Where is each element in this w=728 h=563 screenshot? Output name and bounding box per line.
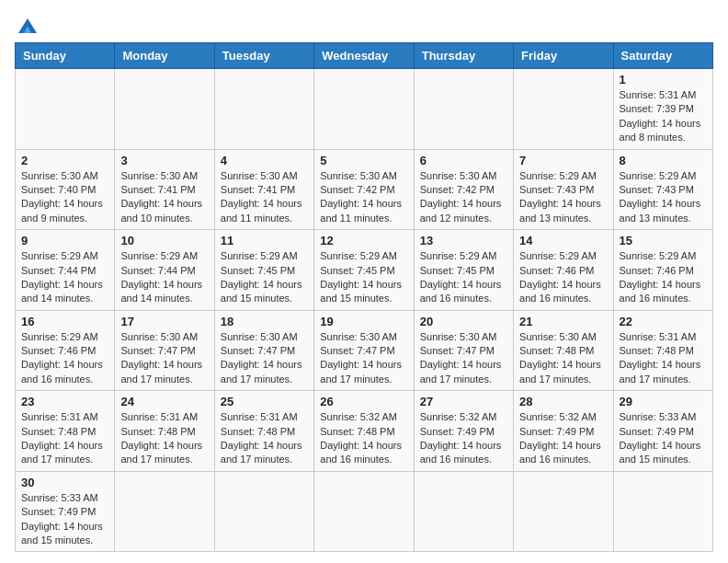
calendar-cell: 30Sunrise: 5:33 AM Sunset: 7:49 PM Dayli… (16, 471, 115, 552)
calendar-cell: 18Sunrise: 5:30 AM Sunset: 7:47 PM Dayli… (214, 310, 313, 391)
day-number: 20 (420, 315, 507, 328)
day-number: 3 (120, 154, 208, 167)
day-info: Sunrise: 5:33 AM Sunset: 7:49 PM Dayligh… (620, 410, 707, 467)
calendar-cell (214, 69, 313, 150)
header (15, 15, 713, 31)
day-info: Sunrise: 5:30 AM Sunset: 7:47 PM Dayligh… (221, 330, 308, 387)
day-info: Sunrise: 5:30 AM Sunset: 7:42 PM Dayligh… (320, 169, 407, 226)
day-info: Sunrise: 5:31 AM Sunset: 7:48 PM Dayligh… (21, 410, 108, 467)
day-info: Sunrise: 5:31 AM Sunset: 7:48 PM Dayligh… (221, 410, 308, 467)
calendar-week-6: 30Sunrise: 5:33 AM Sunset: 7:49 PM Dayli… (16, 471, 713, 552)
logo-icon (17, 15, 39, 37)
day-info: Sunrise: 5:30 AM Sunset: 7:40 PM Dayligh… (21, 169, 108, 226)
day-number: 22 (620, 315, 707, 328)
day-info: Sunrise: 5:29 AM Sunset: 7:46 PM Dayligh… (620, 249, 707, 306)
day-number: 2 (21, 154, 108, 167)
day-info: Sunrise: 5:29 AM Sunset: 7:46 PM Dayligh… (519, 249, 607, 306)
day-info: Sunrise: 5:32 AM Sunset: 7:49 PM Dayligh… (519, 410, 607, 467)
day-info: Sunrise: 5:29 AM Sunset: 7:46 PM Dayligh… (21, 330, 108, 387)
calendar-cell (414, 69, 513, 150)
calendar-cell (16, 69, 115, 150)
calendar-cell: 9Sunrise: 5:29 AM Sunset: 7:44 PM Daylig… (16, 230, 115, 311)
calendar-cell: 22Sunrise: 5:31 AM Sunset: 7:48 PM Dayli… (613, 310, 712, 391)
day-info: Sunrise: 5:29 AM Sunset: 7:43 PM Dayligh… (519, 169, 607, 226)
calendar-cell: 12Sunrise: 5:29 AM Sunset: 7:45 PM Dayli… (314, 230, 414, 311)
logo (15, 15, 39, 31)
day-number: 23 (21, 395, 108, 408)
day-info: Sunrise: 5:29 AM Sunset: 7:45 PM Dayligh… (420, 249, 507, 306)
calendar-cell: 5Sunrise: 5:30 AM Sunset: 7:42 PM Daylig… (314, 149, 414, 230)
day-info: Sunrise: 5:29 AM Sunset: 7:43 PM Dayligh… (620, 169, 707, 226)
day-number: 28 (519, 395, 607, 408)
calendar-header-wednesday: Wednesday (314, 43, 414, 69)
calendar-cell: 19Sunrise: 5:30 AM Sunset: 7:47 PM Dayli… (314, 310, 414, 391)
day-info: Sunrise: 5:31 AM Sunset: 7:48 PM Dayligh… (120, 410, 208, 467)
calendar-cell: 23Sunrise: 5:31 AM Sunset: 7:48 PM Dayli… (16, 391, 115, 472)
day-info: Sunrise: 5:30 AM Sunset: 7:48 PM Dayligh… (519, 330, 607, 387)
calendar-week-3: 9Sunrise: 5:29 AM Sunset: 7:44 PM Daylig… (16, 230, 713, 311)
day-info: Sunrise: 5:30 AM Sunset: 7:47 PM Dayligh… (120, 330, 208, 387)
calendar-cell (514, 69, 613, 150)
day-info: Sunrise: 5:30 AM Sunset: 7:47 PM Dayligh… (420, 330, 507, 387)
day-number: 12 (320, 234, 407, 247)
calendar-cell: 3Sunrise: 5:30 AM Sunset: 7:41 PM Daylig… (115, 149, 214, 230)
calendar-cell (414, 471, 513, 552)
day-info: Sunrise: 5:30 AM Sunset: 7:47 PM Dayligh… (320, 330, 407, 387)
calendar-cell (214, 471, 313, 552)
day-info: Sunrise: 5:30 AM Sunset: 7:41 PM Dayligh… (221, 169, 308, 226)
calendar-cell: 29Sunrise: 5:33 AM Sunset: 7:49 PM Dayli… (613, 391, 712, 472)
calendar-week-5: 23Sunrise: 5:31 AM Sunset: 7:48 PM Dayli… (16, 391, 713, 472)
day-number: 11 (221, 234, 308, 247)
calendar-cell: 8Sunrise: 5:29 AM Sunset: 7:43 PM Daylig… (613, 149, 712, 230)
day-number: 7 (519, 154, 607, 167)
day-number: 8 (620, 154, 707, 167)
calendar-cell: 4Sunrise: 5:30 AM Sunset: 7:41 PM Daylig… (214, 149, 313, 230)
calendar-cell: 28Sunrise: 5:32 AM Sunset: 7:49 PM Dayli… (514, 391, 613, 472)
calendar-cell: 20Sunrise: 5:30 AM Sunset: 7:47 PM Dayli… (414, 310, 513, 391)
calendar-cell: 14Sunrise: 5:29 AM Sunset: 7:46 PM Dayli… (514, 230, 613, 311)
calendar-cell: 26Sunrise: 5:32 AM Sunset: 7:48 PM Dayli… (314, 391, 414, 472)
day-number: 13 (420, 234, 507, 247)
day-info: Sunrise: 5:29 AM Sunset: 7:45 PM Dayligh… (320, 249, 407, 306)
calendar-cell: 16Sunrise: 5:29 AM Sunset: 7:46 PM Dayli… (16, 310, 115, 391)
day-number: 26 (320, 395, 407, 408)
calendar-cell: 21Sunrise: 5:30 AM Sunset: 7:48 PM Dayli… (514, 310, 613, 391)
calendar-header-tuesday: Tuesday (214, 43, 313, 69)
day-info: Sunrise: 5:29 AM Sunset: 7:44 PM Dayligh… (21, 249, 108, 306)
day-number: 29 (620, 395, 707, 408)
calendar-cell: 10Sunrise: 5:29 AM Sunset: 7:44 PM Dayli… (115, 230, 214, 311)
calendar-cell: 17Sunrise: 5:30 AM Sunset: 7:47 PM Dayli… (115, 310, 214, 391)
calendar-cell (514, 471, 613, 552)
day-number: 25 (221, 395, 308, 408)
day-number: 15 (620, 234, 707, 247)
calendar-cell: 11Sunrise: 5:29 AM Sunset: 7:45 PM Dayli… (214, 230, 313, 311)
calendar: SundayMondayTuesdayWednesdayThursdayFrid… (15, 42, 713, 552)
calendar-cell: 13Sunrise: 5:29 AM Sunset: 7:45 PM Dayli… (414, 230, 513, 311)
day-number: 14 (519, 234, 607, 247)
calendar-cell: 6Sunrise: 5:30 AM Sunset: 7:42 PM Daylig… (414, 149, 513, 230)
calendar-cell: 1Sunrise: 5:31 AM Sunset: 7:39 PM Daylig… (613, 69, 712, 150)
day-number: 30 (21, 476, 108, 489)
calendar-cell: 24Sunrise: 5:31 AM Sunset: 7:48 PM Dayli… (115, 391, 214, 472)
day-number: 1 (620, 73, 707, 86)
calendar-header-friday: Friday (514, 43, 613, 69)
day-number: 18 (221, 315, 308, 328)
calendar-cell: 27Sunrise: 5:32 AM Sunset: 7:49 PM Dayli… (414, 391, 513, 472)
calendar-header-row: SundayMondayTuesdayWednesdayThursdayFrid… (16, 43, 713, 69)
day-info: Sunrise: 5:29 AM Sunset: 7:44 PM Dayligh… (120, 249, 208, 306)
day-info: Sunrise: 5:30 AM Sunset: 7:42 PM Dayligh… (420, 169, 507, 226)
calendar-week-4: 16Sunrise: 5:29 AM Sunset: 7:46 PM Dayli… (16, 310, 713, 391)
calendar-header-saturday: Saturday (613, 43, 712, 69)
calendar-cell: 2Sunrise: 5:30 AM Sunset: 7:40 PM Daylig… (16, 149, 115, 230)
calendar-cell: 25Sunrise: 5:31 AM Sunset: 7:48 PM Dayli… (214, 391, 313, 472)
day-number: 4 (221, 154, 308, 167)
day-number: 5 (320, 154, 407, 167)
day-number: 10 (120, 234, 208, 247)
day-number: 27 (420, 395, 507, 408)
calendar-cell (314, 69, 414, 150)
calendar-week-1: 1Sunrise: 5:31 AM Sunset: 7:39 PM Daylig… (16, 69, 713, 150)
calendar-cell (613, 471, 712, 552)
day-info: Sunrise: 5:32 AM Sunset: 7:48 PM Dayligh… (320, 410, 407, 467)
day-info: Sunrise: 5:29 AM Sunset: 7:45 PM Dayligh… (221, 249, 308, 306)
day-number: 21 (519, 315, 607, 328)
